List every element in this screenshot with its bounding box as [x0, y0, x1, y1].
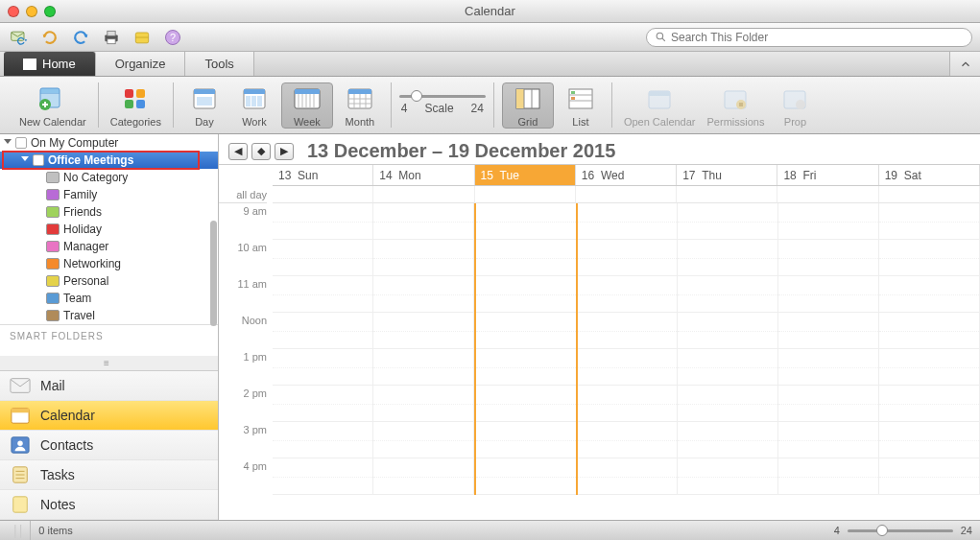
- time-slot[interactable]: [578, 313, 678, 349]
- send-receive-button[interactable]: [8, 26, 31, 49]
- checkbox[interactable]: [33, 154, 44, 166]
- time-slot[interactable]: [578, 276, 678, 313]
- tab-organize[interactable]: Organize: [96, 52, 186, 76]
- time-slot[interactable]: [678, 422, 777, 458]
- properties-button[interactable]: Prop: [772, 83, 818, 128]
- collapse-ribbon-button[interactable]: [949, 52, 980, 76]
- day-column[interactable]: [474, 203, 578, 495]
- time-slot[interactable]: [373, 458, 473, 495]
- time-slot[interactable]: [678, 203, 777, 240]
- new-calendar-button[interactable]: New Calendar: [15, 83, 90, 128]
- tree-root[interactable]: On My Computer: [0, 134, 218, 152]
- day-header[interactable]: 13 Sun: [273, 165, 373, 185]
- time-slot[interactable]: [273, 313, 372, 349]
- time-slot[interactable]: [778, 313, 878, 349]
- disclosure-triangle-icon[interactable]: [21, 156, 29, 165]
- tab-tools[interactable]: Tools: [185, 52, 253, 76]
- time-slot[interactable]: [778, 240, 878, 276]
- time-slot[interactable]: [778, 386, 878, 422]
- toolbox-button[interactable]: [131, 26, 154, 49]
- time-slot[interactable]: [778, 349, 878, 386]
- tree-category-item[interactable]: No Category: [0, 169, 218, 186]
- open-calendar-button[interactable]: Open Calendar: [620, 83, 700, 128]
- time-slot[interactable]: [373, 386, 473, 422]
- redo-button[interactable]: [69, 26, 92, 49]
- time-slot[interactable]: [476, 276, 576, 313]
- time-slot[interactable]: [476, 240, 576, 276]
- time-slot[interactable]: [273, 458, 372, 495]
- time-slot[interactable]: [879, 349, 979, 386]
- time-slot[interactable]: [778, 422, 878, 458]
- tree-category-item[interactable]: Holiday: [0, 221, 218, 238]
- time-slot[interactable]: [678, 313, 777, 349]
- time-slot[interactable]: [879, 240, 979, 276]
- sidebar-handle[interactable]: ||: [8, 521, 31, 540]
- nav-contacts[interactable]: Contacts: [0, 431, 218, 460]
- nav-tasks[interactable]: Tasks: [0, 460, 218, 490]
- day-header[interactable]: 16 Wed: [576, 165, 677, 185]
- time-slot[interactable]: [273, 386, 372, 422]
- nav-calendar[interactable]: Calendar: [0, 401, 218, 431]
- view-month-button[interactable]: Month: [337, 83, 383, 128]
- day-column[interactable]: [273, 203, 373, 495]
- time-slot[interactable]: [678, 458, 777, 495]
- scrollbar-thumb[interactable]: [210, 221, 217, 326]
- day-column[interactable]: [879, 203, 980, 495]
- list-view-button[interactable]: List: [558, 83, 604, 128]
- next-week-button[interactable]: ▶: [275, 143, 294, 160]
- scale-slider[interactable]: [399, 95, 486, 98]
- time-slot[interactable]: [476, 422, 576, 458]
- time-slot[interactable]: [879, 203, 979, 240]
- tree-category-item[interactable]: Team: [0, 290, 218, 307]
- allday-cell[interactable]: [677, 186, 777, 203]
- time-slot[interactable]: [678, 386, 777, 422]
- time-slot[interactable]: [578, 203, 678, 240]
- time-slot[interactable]: [778, 276, 878, 313]
- time-slot[interactable]: [373, 313, 473, 349]
- time-slot[interactable]: [373, 276, 473, 313]
- checkbox[interactable]: [15, 137, 27, 149]
- time-slot[interactable]: [273, 276, 372, 313]
- day-column[interactable]: [373, 203, 474, 495]
- time-slot[interactable]: [578, 240, 678, 276]
- help-button[interactable]: ?: [161, 26, 184, 49]
- search-field[interactable]: [646, 28, 972, 47]
- time-slot[interactable]: [578, 386, 678, 422]
- tab-home[interactable]: Home: [4, 52, 96, 76]
- day-column[interactable]: [778, 203, 879, 495]
- time-slot[interactable]: [879, 458, 979, 495]
- time-slot[interactable]: [578, 422, 678, 458]
- search-input[interactable]: [671, 31, 964, 44]
- print-button[interactable]: [100, 26, 123, 49]
- time-slot[interactable]: [373, 203, 473, 240]
- time-slot[interactable]: [273, 203, 372, 240]
- categories-button[interactable]: Categories: [107, 83, 165, 128]
- time-slot[interactable]: [578, 349, 678, 386]
- time-slot[interactable]: [373, 240, 473, 276]
- time-slot[interactable]: [879, 276, 979, 313]
- time-slot[interactable]: [476, 386, 576, 422]
- time-slot[interactable]: [879, 386, 979, 422]
- time-slot[interactable]: [476, 313, 576, 349]
- time-slot[interactable]: [678, 240, 777, 276]
- view-day-button[interactable]: Day: [181, 83, 227, 128]
- allday-cell[interactable]: [273, 186, 373, 203]
- undo-button[interactable]: [38, 26, 61, 49]
- day-header[interactable]: 17 Thu: [677, 165, 777, 185]
- nav-notes[interactable]: Notes: [0, 490, 218, 520]
- nav-mail[interactable]: Mail: [0, 371, 218, 401]
- time-slot[interactable]: [373, 349, 473, 386]
- day-header[interactable]: 15 Tue: [475, 165, 576, 185]
- day-header[interactable]: 14 Mon: [373, 165, 474, 185]
- time-slot[interactable]: [273, 349, 372, 386]
- time-slot[interactable]: [578, 458, 678, 495]
- day-column[interactable]: [578, 203, 679, 495]
- tree-category-item[interactable]: Networking: [0, 255, 218, 272]
- tree-category-item[interactable]: Friends: [0, 203, 218, 221]
- zoom-slider[interactable]: [848, 529, 953, 532]
- slider-thumb[interactable]: [411, 90, 422, 102]
- allday-cell[interactable]: [373, 186, 474, 203]
- allday-cell[interactable]: [879, 186, 980, 203]
- time-slot[interactable]: [476, 349, 576, 386]
- time-slot[interactable]: [879, 422, 979, 458]
